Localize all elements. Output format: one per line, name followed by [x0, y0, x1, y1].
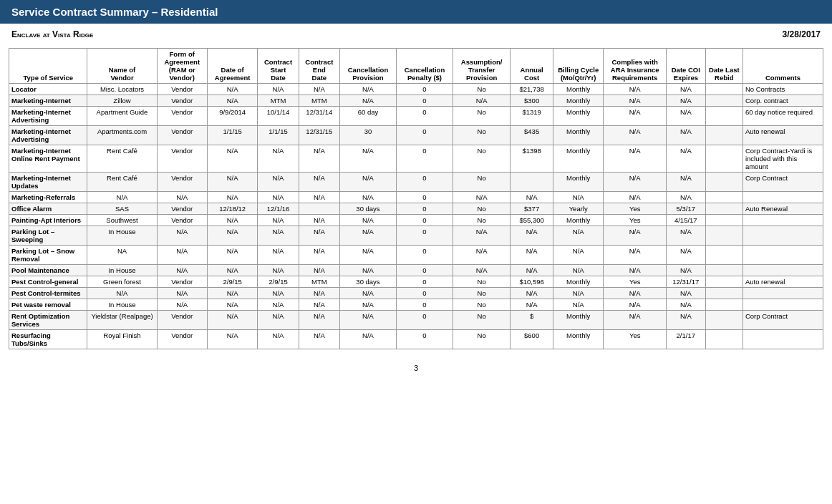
cell-6-5: N/A — [299, 192, 339, 203]
cell-4-1: Rent Café — [87, 145, 157, 173]
cell-3-10: Monthly — [553, 126, 603, 145]
sub-header: Enclave at Vista Ridge 3/28/2017 — [0, 24, 832, 45]
cell-7-6: 30 days — [339, 203, 396, 215]
cell-1-6: N/A — [339, 95, 396, 107]
report-date: 3/28/2017 — [783, 29, 821, 39]
table-row: Marketing-ReferralsN/AN/AN/AN/AN/AN/A0N/… — [9, 192, 823, 203]
cell-14-2: N/A — [157, 299, 207, 311]
cell-11-6: N/A — [339, 265, 396, 276]
cell-0-9: $21,738 — [511, 84, 553, 95]
cell-16-3: N/A — [207, 330, 257, 349]
cell-1-9: $300 — [511, 95, 553, 107]
cell-5-11: N/A — [604, 173, 667, 192]
cell-10-2: N/A — [157, 246, 207, 265]
cell-3-8: No — [453, 126, 510, 145]
cell-6-0: Marketing-Referrals — [9, 192, 87, 203]
cell-14-3: N/A — [207, 299, 257, 311]
cell-1-12: N/A — [666, 95, 705, 107]
cell-5-2: Vendor — [157, 173, 207, 192]
cell-15-0: Rent Optimization Services — [9, 311, 87, 330]
cell-3-6: 30 — [339, 126, 396, 145]
cell-16-1: Royal Finish — [87, 330, 157, 349]
table-row: Pet waste removalIn HouseN/AN/AN/AN/AN/A… — [9, 299, 823, 311]
cell-10-13 — [705, 246, 742, 265]
cell-1-4: MTM — [258, 95, 299, 107]
table-row: Marketing-Internet Online Rent PaymentRe… — [9, 145, 823, 173]
cell-1-10: Monthly — [553, 95, 603, 107]
cell-5-5: N/A — [299, 173, 339, 192]
cell-11-0: Pool Maintenance — [9, 265, 87, 276]
col-header-annual: AnnualCost — [511, 49, 553, 84]
cell-2-1: Apartment Guide — [87, 107, 157, 126]
cell-6-8: N/A — [453, 192, 510, 203]
cell-6-9: N/A — [511, 192, 553, 203]
col-header-cancel-pen: CancellationPenalty ($) — [396, 49, 453, 84]
cell-10-7: 0 — [396, 246, 453, 265]
table-row: Resurfacing Tubs/SinksRoyal FinishVendor… — [9, 330, 823, 349]
cell-10-4: N/A — [258, 246, 299, 265]
page-title: Service Contract Summary – Residential — [11, 6, 218, 18]
cell-4-7: 0 — [396, 145, 453, 173]
cell-13-11: N/A — [604, 288, 667, 299]
cell-4-13 — [705, 145, 742, 173]
cell-10-0: Parking Lot – Snow Removal — [9, 246, 87, 265]
cell-3-4: 1/1/15 — [258, 126, 299, 145]
cell-1-2: Vendor — [157, 95, 207, 107]
cell-2-6: 60 day — [339, 107, 396, 126]
page-number: 3 — [414, 364, 418, 372]
cell-5-7: 0 — [396, 173, 453, 192]
cell-1-8: N/A — [453, 95, 510, 107]
cell-5-1: Rent Café — [87, 173, 157, 192]
cell-12-9: $10,596 — [511, 276, 553, 288]
cell-10-10: N/A — [553, 246, 603, 265]
cell-7-1: SAS — [87, 203, 157, 215]
cell-10-3: N/A — [207, 246, 257, 265]
cell-8-9: $55,300 — [511, 215, 553, 226]
cell-14-13 — [705, 299, 742, 311]
cell-9-14 — [742, 226, 823, 246]
cell-10-8: N/A — [453, 246, 510, 265]
table-row: Marketing-InternetZillowVendorN/AMTMMTMN… — [9, 95, 823, 107]
property-name: Enclave at Vista Ridge — [11, 29, 93, 39]
cell-2-8: No — [453, 107, 510, 126]
cell-3-2: Vendor — [157, 126, 207, 145]
cell-13-9: N/A — [511, 288, 553, 299]
cell-1-0: Marketing-Internet — [9, 95, 87, 107]
cell-15-12: N/A — [666, 311, 705, 330]
cell-5-12: N/A — [666, 173, 705, 192]
cell-12-10: Monthly — [553, 276, 603, 288]
cell-15-7: 0 — [396, 311, 453, 330]
cell-4-11: N/A — [604, 145, 667, 173]
col-header-assumption: Assumption/TransferProvision — [453, 49, 510, 84]
contract-table: Type of Service Name ofVendor Form ofAgr… — [9, 48, 823, 349]
col-header-rebid: Date LastRebid — [705, 49, 742, 84]
col-header-comments: Comments — [742, 49, 823, 84]
cell-0-2: Vendor — [157, 84, 207, 95]
col-header-start: ContractStartDate — [258, 49, 299, 84]
cell-13-8: No — [453, 288, 510, 299]
cell-7-2: Vendor — [157, 203, 207, 215]
cell-12-14: Auto renewal — [742, 276, 823, 288]
cell-3-11: N/A — [604, 126, 667, 145]
table-row: Marketing-Internet AdvertisingApartments… — [9, 126, 823, 145]
cell-11-3: N/A — [207, 265, 257, 276]
cell-9-8: N/A — [453, 226, 510, 246]
cell-12-4: 2/9/15 — [258, 276, 299, 288]
cell-7-8: No — [453, 203, 510, 215]
cell-10-5: N/A — [299, 246, 339, 265]
cell-5-14: Corp Contract — [742, 173, 823, 192]
col-header-form: Form ofAgreement(RAM orVendor) — [157, 49, 207, 84]
cell-16-14 — [742, 330, 823, 349]
cell-9-11: N/A — [604, 226, 667, 246]
cell-0-11: N/A — [604, 84, 667, 95]
cell-15-10: Monthly — [553, 311, 603, 330]
cell-1-5: MTM — [299, 95, 339, 107]
cell-0-10: Monthly — [553, 84, 603, 95]
cell-7-11: Yes — [604, 203, 667, 215]
cell-6-3: N/A — [207, 192, 257, 203]
cell-4-14: Corp Contract-Yardi is included with thi… — [742, 145, 823, 173]
cell-7-10: Yearly — [553, 203, 603, 215]
cell-6-14 — [742, 192, 823, 203]
cell-10-6: N/A — [339, 246, 396, 265]
cell-5-10: Monthly — [553, 173, 603, 192]
